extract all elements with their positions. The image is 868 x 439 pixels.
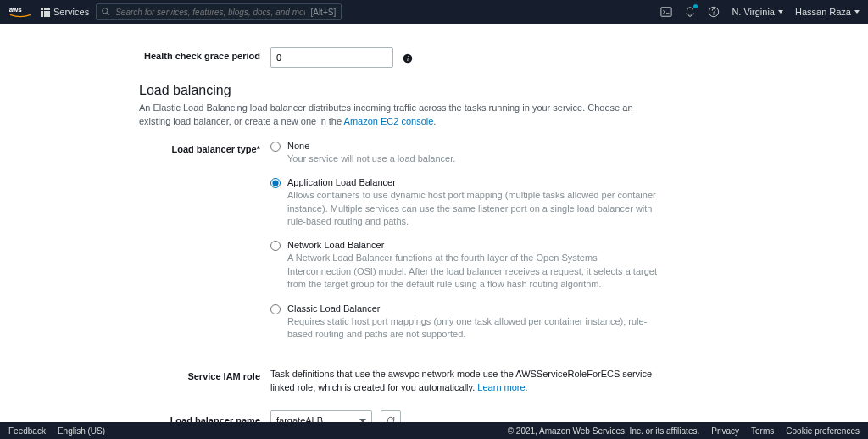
- chevron-down-icon: [854, 10, 860, 14]
- lb-name-row: Load balancer name fargateALB: [139, 410, 682, 422]
- iam-role-label: Service IAM role: [139, 368, 270, 381]
- radio-none-label: None: [287, 141, 682, 151]
- region-label: N. Virginia: [732, 7, 775, 17]
- radio-none[interactable]: None Your service will not use a load ba…: [270, 141, 682, 165]
- chevron-down-icon: [778, 10, 783, 14]
- radio-nlb-help: A Network Load Balancer functions at the…: [287, 252, 660, 291]
- radio-nlb-input[interactable]: [270, 241, 281, 251]
- svg-text:aws: aws: [9, 6, 23, 14]
- main-scroll[interactable]: Health check grace period i Load balanci…: [0, 24, 868, 422]
- search-icon: [102, 8, 110, 16]
- svg-text:i: i: [407, 55, 409, 63]
- grid-icon: [41, 8, 50, 17]
- cloudshell-icon[interactable]: [660, 6, 672, 18]
- help-icon[interactable]: [708, 6, 720, 18]
- language-selector[interactable]: English (US): [58, 426, 108, 436]
- svg-point-1: [103, 8, 108, 14]
- refresh-icon: [386, 415, 396, 422]
- feedback-link[interactable]: Feedback: [8, 426, 46, 436]
- iam-role-text: Task definitions that use the awsvpc net…: [270, 369, 655, 392]
- notification-dot: [693, 4, 698, 8]
- radio-alb-input[interactable]: [270, 178, 281, 188]
- lb-type-row: Load balancer type* None Your service wi…: [139, 141, 682, 353]
- copyright-text: © 2021, Amazon Web Services, Inc. or its…: [508, 426, 700, 436]
- privacy-link[interactable]: Privacy: [711, 426, 739, 436]
- health-check-row: Health check grace period i: [139, 47, 682, 68]
- radio-alb-label: Application Load Balancer: [287, 177, 682, 187]
- load-balancing-heading: Load balancing: [139, 83, 682, 98]
- form-panel: Health check grace period i Load balanci…: [139, 24, 682, 422]
- language-label: English (US): [58, 426, 105, 436]
- svg-line-2: [107, 13, 109, 15]
- radio-clb-input[interactable]: [270, 304, 281, 314]
- radio-clb[interactable]: Classic Load Balancer Requires static ho…: [270, 303, 682, 342]
- search-input[interactable]: [115, 8, 305, 17]
- lb-type-label: Load balancer type*: [139, 141, 270, 154]
- region-selector[interactable]: N. Virginia: [732, 7, 783, 17]
- footer-bar: Feedback English (US) © 2021, Amazon Web…: [0, 422, 868, 439]
- ec2-console-link[interactable]: Amazon EC2 console: [344, 116, 434, 126]
- radio-clb-label: Classic Load Balancer: [287, 303, 682, 314]
- info-icon[interactable]: i: [403, 53, 413, 64]
- account-menu[interactable]: Hassan Raza: [795, 7, 860, 17]
- services-menu[interactable]: Services: [41, 7, 89, 17]
- lb-name-select[interactable]: fargateALB: [270, 410, 372, 422]
- search-shortcut: [Alt+S]: [310, 8, 336, 17]
- radio-nlb[interactable]: Network Load Balancer A Network Load Bal…: [270, 240, 682, 291]
- iam-learn-more-link[interactable]: Learn more.: [477, 382, 527, 392]
- cookies-link[interactable]: Cookie preferences: [786, 426, 860, 436]
- health-check-label: Health check grace period: [139, 47, 270, 61]
- radio-none-help: Your service will not use a load balance…: [287, 153, 660, 165]
- radio-nlb-label: Network Load Balancer: [287, 240, 682, 250]
- health-check-input[interactable]: [270, 47, 393, 68]
- lb-name-label: Load balancer name: [139, 415, 270, 422]
- refresh-button[interactable]: [381, 410, 401, 422]
- radio-alb-help: Allows containers to use dynamic host po…: [287, 189, 660, 228]
- services-label: Services: [53, 7, 89, 17]
- global-search[interactable]: [Alt+S]: [96, 3, 342, 20]
- load-balancing-desc: An Elastic Load Balancing load balancer …: [139, 102, 665, 129]
- top-nav: aws Services [Alt+S] N. Virginia Hassan …: [0, 0, 868, 24]
- radio-none-input[interactable]: [270, 142, 281, 152]
- aws-logo[interactable]: aws: [8, 5, 32, 19]
- svg-rect-3: [661, 8, 671, 17]
- radio-alb[interactable]: Application Load Balancer Allows contain…: [270, 177, 682, 228]
- radio-clb-help: Requires static host port mappings (only…: [287, 315, 660, 342]
- terms-link[interactable]: Terms: [751, 426, 774, 436]
- user-label: Hassan Raza: [795, 7, 851, 17]
- iam-role-row: Service IAM role Task definitions that u…: [139, 368, 682, 395]
- bell-icon[interactable]: [684, 6, 696, 18]
